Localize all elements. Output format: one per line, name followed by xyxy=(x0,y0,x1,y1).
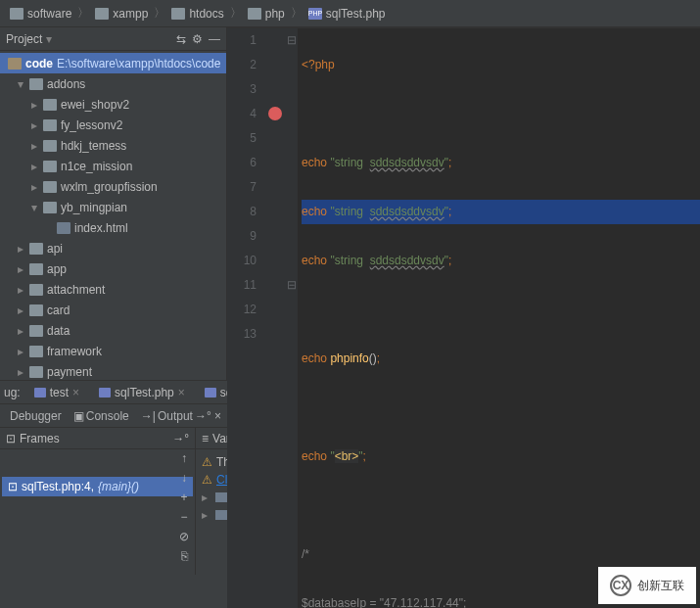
folder-icon xyxy=(43,140,57,152)
tree-arrow-icon[interactable]: ▾ xyxy=(29,201,39,214)
expand-icon[interactable]: ▸ xyxy=(202,508,211,522)
folder-icon xyxy=(29,366,43,378)
tree-item[interactable]: ▸framework xyxy=(0,341,226,361)
tree-item[interactable]: ▸wxlm_groupfission xyxy=(0,176,226,197)
debugger-tab[interactable]: Debugger xyxy=(6,409,66,423)
frames-label: Frames xyxy=(20,432,60,445)
folder-icon xyxy=(10,8,23,20)
close-icon[interactable]: × xyxy=(178,386,185,399)
module-icon xyxy=(8,58,22,70)
output-tab[interactable]: →|Output →° × xyxy=(137,409,225,423)
frames-icon: ⊡ xyxy=(6,432,16,445)
minus-icon[interactable]: − xyxy=(175,510,193,528)
debug-label: ug: xyxy=(4,386,21,399)
tree-item-label: hdkj_temess xyxy=(61,139,126,153)
tree-item-label: api xyxy=(47,242,63,256)
tree-item-label: yb_mingpian xyxy=(61,201,127,214)
tree-item-label: data xyxy=(47,324,70,338)
close-icon[interactable]: × xyxy=(72,386,79,399)
tree-arrow-icon[interactable]: ▸ xyxy=(29,118,39,132)
folder-icon xyxy=(29,304,43,316)
tree-arrow-icon[interactable]: ▸ xyxy=(29,180,39,194)
project-tree[interactable]: code E:\software\xampp\htdocs\code ▾addo… xyxy=(0,51,226,380)
tree-arrow-icon[interactable]: ▸ xyxy=(16,345,25,358)
tree-item-label: fy_lessonv2 xyxy=(61,118,122,132)
tree-item[interactable]: ▸app xyxy=(0,258,226,279)
tree-root[interactable]: code E:\software\xampp\htdocs\code xyxy=(0,53,226,73)
folder-icon xyxy=(43,181,57,193)
code-content[interactable]: <?php echo "string sddsdsddvsdv"; echo "… xyxy=(298,28,700,608)
tree-item-label: addons xyxy=(47,77,85,91)
folder-icon xyxy=(248,8,261,20)
tree-item[interactable]: ▾yb_mingpian xyxy=(0,197,226,217)
tree-arrow-icon[interactable]: ▸ xyxy=(29,98,39,112)
tree-item-label: payment xyxy=(47,365,92,379)
breakpoint-icon[interactable] xyxy=(268,107,282,120)
expand-icon[interactable]: ▸ xyxy=(202,491,211,504)
folder-icon xyxy=(29,78,43,90)
tree-item[interactable]: ▸data xyxy=(0,320,226,341)
down-icon[interactable]: ↓ xyxy=(175,471,193,489)
tree-arrow-icon[interactable]: ▸ xyxy=(16,242,25,256)
tree-item[interactable]: index.html xyxy=(0,217,226,238)
crumb-item[interactable]: PHPsqlTest.php xyxy=(304,5,390,23)
vars-icon: ≡ xyxy=(202,432,209,445)
tree-arrow-icon[interactable]: ▸ xyxy=(16,262,25,276)
editor-body[interactable]: 1234 5678 910111213 ⊟ ⊟ <?php echo "stri… xyxy=(227,28,700,608)
tree-arrow-icon[interactable]: ▸ xyxy=(16,304,25,317)
tree-arrow-icon[interactable]: ▸ xyxy=(29,139,39,153)
debug-tab[interactable]: sqlTest.php× xyxy=(93,386,191,399)
folder-icon xyxy=(95,8,109,20)
tree-item[interactable]: ▾addons xyxy=(0,73,226,94)
tree-item[interactable]: ▸n1ce_mission xyxy=(0,156,226,176)
tree-item[interactable]: ▸api xyxy=(0,238,226,258)
tree-item[interactable]: ▸card xyxy=(0,300,226,320)
crumb-item[interactable]: software xyxy=(6,5,75,23)
folder-icon xyxy=(171,8,185,20)
php-file-icon xyxy=(99,388,111,398)
tree-item-label: app xyxy=(47,262,67,276)
crumb-item[interactable]: htdocs xyxy=(167,5,227,23)
tree-item-label: framework xyxy=(47,345,102,358)
collapse-icon[interactable]: ⇆ xyxy=(176,32,186,46)
tree-arrow-icon[interactable]: ▸ xyxy=(29,160,39,173)
tree-arrow-icon[interactable]: ▾ xyxy=(16,77,25,91)
project-panel: Project ▾ ⇆ ⚙ — code E:\software\xampp\h… xyxy=(0,27,227,380)
warning-icon: ⚠ xyxy=(202,473,212,487)
up-icon[interactable]: ↑ xyxy=(175,451,193,469)
crumb-item[interactable]: php xyxy=(244,5,289,23)
console-icon: ▣ xyxy=(73,409,84,423)
frame-row[interactable]: ⊡ sqlTest.php:4, {main}() xyxy=(2,477,193,496)
project-label: Project xyxy=(6,32,42,46)
plus-icon[interactable]: + xyxy=(175,491,193,508)
php-file-icon xyxy=(34,388,46,398)
console-tab[interactable]: ▣Console xyxy=(70,409,133,423)
line-gutter: 1234 5678 910111213 xyxy=(227,28,264,608)
hide-icon[interactable]: — xyxy=(209,32,220,46)
gear-icon[interactable]: ⚙ xyxy=(192,32,203,46)
tree-item-label: attachment xyxy=(47,283,105,297)
folder-icon xyxy=(43,119,57,131)
collapse-icon[interactable]: →° xyxy=(172,432,189,445)
breakpoint-gutter[interactable] xyxy=(264,28,286,608)
breadcrumb: software〉 xampp〉 htdocs〉 php〉 PHPsqlTest… xyxy=(0,0,700,27)
tree-item[interactable]: ▸hdkj_temess xyxy=(0,135,226,156)
tree-item[interactable]: ▸fy_lessonv2 xyxy=(0,115,226,135)
tree-arrow-icon[interactable]: ▸ xyxy=(16,365,25,379)
tree-arrow-icon[interactable]: ▸ xyxy=(16,283,25,297)
tree-item-label: wxlm_groupfission xyxy=(61,180,158,194)
editor-area: PHPewei_shopv2_api.php×PHPposter.php×PHP… xyxy=(227,27,700,380)
php-file-icon: PHP xyxy=(308,8,322,20)
dropdown-icon[interactable]: ▾ xyxy=(46,32,52,46)
fold-gutter[interactable]: ⊟ ⊟ xyxy=(286,28,298,608)
folder-icon xyxy=(29,243,43,255)
tree-arrow-icon[interactable]: ▸ xyxy=(16,324,25,338)
tree-item[interactable]: ▸attachment xyxy=(0,279,226,300)
mute-icon[interactable]: ⊘ xyxy=(175,530,193,547)
tree-item[interactable]: ▸ewei_shopv2 xyxy=(0,94,226,115)
copy-icon[interactable]: ⎘ xyxy=(175,549,193,567)
folder-icon xyxy=(29,263,43,275)
debug-tab[interactable]: test× xyxy=(28,386,85,399)
crumb-item[interactable]: xampp xyxy=(91,5,152,23)
tree-item[interactable]: ▸payment xyxy=(0,361,226,380)
